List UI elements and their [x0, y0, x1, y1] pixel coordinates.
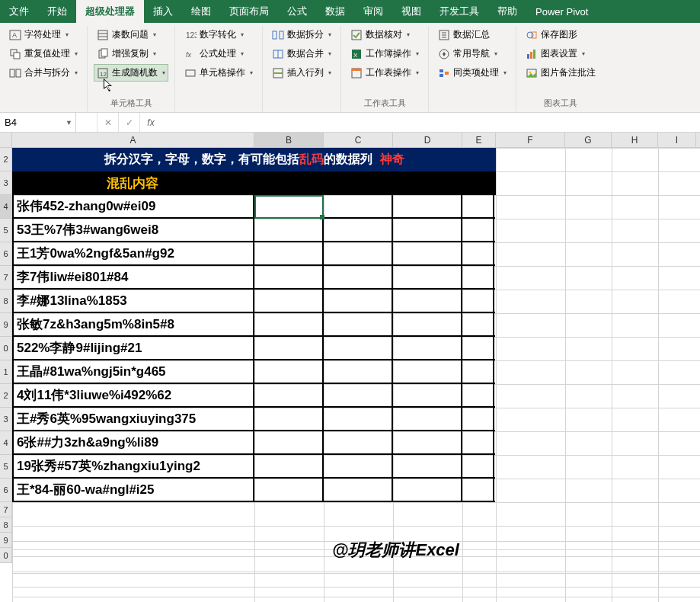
cell-C[interactable]	[324, 360, 393, 383]
row-header[interactable]: 6	[0, 242, 12, 266]
cell-B[interactable]	[254, 479, 324, 501]
data-split-button[interactable]: 数据拆分▾	[269, 26, 334, 43]
dup-process-button[interactable]: 重复值处理▾	[6, 45, 81, 62]
cell-B[interactable]	[254, 408, 324, 430]
col-header-I[interactable]: I	[658, 133, 696, 147]
formula-process-button[interactable]: fx公式处理▾	[181, 45, 256, 62]
cancel-btn[interactable]: ✕	[97, 113, 119, 132]
cell-E[interactable]	[462, 313, 494, 335]
cell-ops-button[interactable]: 单元格操作▾	[181, 64, 256, 82]
cell-A[interactable]: 王#秀6英%95wangxiuying375	[14, 408, 254, 430]
cell-C[interactable]	[324, 266, 393, 288]
cell-D[interactable]	[393, 195, 462, 217]
col-header-A[interactable]: A	[12, 133, 254, 147]
cell-C[interactable]	[324, 479, 393, 501]
fx-label[interactable]: fx	[140, 113, 161, 132]
nav-button[interactable]: 常用导航▾	[435, 45, 510, 62]
cell-C[interactable]	[324, 337, 393, 359]
table-row[interactable]: 6张##力3zh&a9ng%li89	[14, 431, 495, 455]
table-row[interactable]: 4刘11伟*3liuwe%i492%62	[14, 384, 495, 408]
table-row[interactable]: 522%李静9#lijing#21	[14, 337, 495, 360]
row-header[interactable]: 4	[0, 195, 12, 219]
cell-E[interactable]	[462, 242, 494, 264]
table-row[interactable]: 张敏7z&h3ang5m%8in5#8	[14, 313, 495, 337]
cell-D[interactable]	[393, 479, 462, 501]
cell-B[interactable]	[254, 242, 324, 264]
row-header[interactable]: 0	[0, 337, 12, 360]
cell-B[interactable]	[254, 313, 324, 335]
row-header[interactable]: 1	[0, 360, 12, 384]
col-header-G[interactable]: G	[565, 133, 612, 147]
cell-A[interactable]: 53王%7伟3#wang6wei8	[14, 219, 254, 241]
cell-C[interactable]	[324, 242, 393, 264]
cell-E[interactable]	[462, 408, 494, 430]
data-check-button[interactable]: 数据核对▾	[347, 26, 422, 43]
cell-C[interactable]	[324, 408, 393, 430]
cell-A[interactable]: 4刘11伟*3liuwe%i492%62	[14, 384, 254, 406]
row-header[interactable]: 7	[0, 502, 12, 517]
tab-6[interactable]: 公式	[278, 0, 316, 23]
cell-D[interactable]	[393, 219, 462, 241]
table-row[interactable]: 王#秀6英%95wangxiuying375	[14, 408, 495, 431]
cell-B[interactable]	[254, 455, 324, 477]
cell-B[interactable]	[254, 219, 324, 241]
cell-E[interactable]	[462, 479, 494, 501]
cell-B[interactable]	[254, 431, 324, 453]
row-header[interactable]: 7	[0, 266, 12, 290]
tab-9[interactable]: 视图	[392, 0, 430, 23]
cell-B[interactable]	[254, 290, 324, 312]
number-convert-button[interactable]: 123数字转化▾	[181, 26, 256, 43]
char-process-button[interactable]: A字符处理▾	[6, 26, 81, 43]
tab-3[interactable]: 插入	[144, 0, 182, 23]
row-header[interactable]: 5	[0, 455, 12, 479]
row-header[interactable]: 0	[0, 548, 12, 563]
row-header[interactable]: 5	[0, 219, 12, 242]
cell-E[interactable]	[462, 290, 494, 312]
col-header-C[interactable]: C	[324, 133, 393, 147]
cell-D[interactable]	[393, 290, 462, 312]
cell-B[interactable]	[254, 266, 324, 288]
cell-A[interactable]: 李7伟liw#ei801#84	[14, 266, 254, 288]
tab-8[interactable]: 审阅	[354, 0, 392, 23]
table-row[interactable]: 19张秀#57英%zhangxiu1ying2	[14, 455, 495, 479]
number-collect-button[interactable]: 凑数问题▾	[94, 26, 168, 43]
col-header-D[interactable]: D	[393, 133, 462, 147]
random-number-button[interactable]: 12生成随机数▾	[94, 64, 168, 82]
cell-A[interactable]: 19张秀#57英%zhangxiu1ying2	[14, 455, 254, 477]
table-row[interactable]: 53王%7伟3#wang6wei8	[14, 219, 495, 242]
chart-settings-button[interactable]: 图表设置▾	[523, 45, 599, 62]
row-header[interactable]: 3	[0, 171, 12, 195]
cell-A[interactable]: 522%李静9#lijing#21	[14, 337, 254, 359]
cell-A[interactable]: 张伟452-zhang0w#ei09	[14, 195, 254, 217]
cell-E[interactable]	[462, 266, 494, 288]
table-row[interactable]: 李#娜13lina%1853	[14, 290, 495, 313]
col-header-H[interactable]: H	[612, 133, 658, 147]
row-header[interactable]: 8	[0, 290, 12, 313]
cell-A[interactable]: 6张##力3zh&a9ng%li89	[14, 431, 254, 453]
col-header-E[interactable]: E	[462, 133, 496, 147]
cell-C[interactable]	[324, 455, 393, 477]
tab-4[interactable]: 绘图	[182, 0, 220, 23]
row-header[interactable]: 4	[0, 431, 12, 455]
cell-C[interactable]	[324, 219, 393, 241]
table-row[interactable]: 李7伟liw#ei801#84	[14, 266, 495, 290]
pic-note-button[interactable]: 图片备注批注	[523, 64, 599, 82]
row-header[interactable]: 9	[0, 533, 12, 548]
cell-D[interactable]	[393, 431, 462, 453]
cell-D[interactable]	[393, 242, 462, 264]
cell-D[interactable]	[393, 384, 462, 406]
cell-B[interactable]	[254, 360, 324, 383]
save-shape-button[interactable]: 保存图形	[523, 26, 599, 43]
tab-2[interactable]: 超级处理器	[76, 0, 144, 23]
cell-D[interactable]	[393, 313, 462, 335]
enhance-copy-button[interactable]: 增强复制▾	[94, 45, 168, 62]
row-header[interactable]: 2	[0, 148, 12, 171]
cell-A[interactable]: 王*84-丽60-wa#ngl#i25	[14, 479, 254, 501]
cell-E[interactable]	[462, 360, 494, 383]
cell-E[interactable]	[462, 195, 494, 217]
insert-row-button[interactable]: 插入行列▾	[269, 64, 334, 82]
cell-D[interactable]	[393, 266, 462, 288]
cell-A[interactable]: 王1芳0wa%2ngf&5an#g92	[14, 242, 254, 264]
cell-E[interactable]	[462, 431, 494, 453]
cell-A[interactable]: 王晶#81wa%ngj5in*g465	[14, 360, 254, 383]
